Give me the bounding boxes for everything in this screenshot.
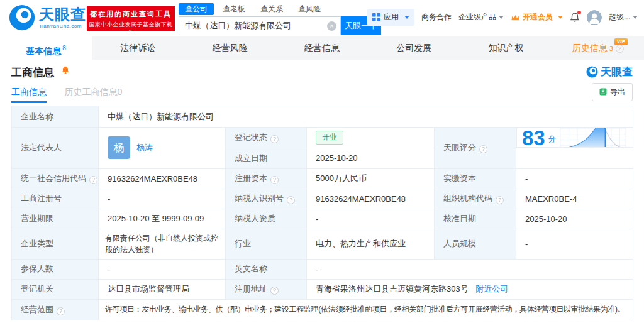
field-value-reg-address: 青海省果洛州达日县吉迈镇黄河东路303号 附近公司	[307, 279, 633, 299]
field-label-reg-number: 工商注册号	[12, 189, 99, 209]
tab-history-info[interactable]: 历史信息3? VIP	[552, 36, 644, 60]
vip-label: 开通会员	[523, 12, 553, 23]
field-value-legal-rep: 杨 杨涛	[99, 128, 226, 169]
legal-rep-avatar[interactable]: 杨	[108, 136, 130, 159]
search-tab-company[interactable]: 查公司	[179, 3, 214, 15]
tab-label: 经营风险	[213, 43, 248, 53]
field-label-reg-address: 注册地址?	[226, 279, 307, 299]
field-label-text: 注册资本	[235, 173, 267, 183]
user-icon	[587, 10, 602, 25]
watermark-logo: 天眼查	[586, 65, 633, 79]
logo-text: 天眼查	[39, 7, 86, 22]
subtab-history-registration[interactable]: 历史工商信息0	[64, 87, 122, 101]
field-value-taxpayer-quality: -	[307, 209, 435, 229]
subscribe-bell-icon[interactable]	[61, 65, 70, 75]
table-row: 经营范围? 许可项目：发电业务、输电业务、供（配）电业务；建设工程监理(依法须经…	[12, 299, 633, 320]
chevron-down-icon	[558, 16, 563, 19]
tab-label: 知识产权	[489, 43, 524, 53]
help-icon[interactable]: ?	[287, 196, 295, 204]
field-label-taxpayer-quality: 纳税人资质	[226, 209, 307, 229]
notifications-button[interactable]	[570, 12, 580, 23]
help-icon[interactable]: ?	[270, 287, 279, 295]
field-label-text: 纳税人识别号	[235, 194, 284, 203]
search-input[interactable]	[179, 17, 340, 35]
search-input-wrap: ×	[179, 16, 341, 35]
apps-grid-icon	[372, 13, 380, 21]
tab-label: 经营信息	[304, 43, 340, 53]
nearby-companies-link[interactable]: 附近公司	[475, 284, 508, 293]
search-tab-risk[interactable]: 查风险	[292, 3, 327, 15]
table-row: 参保人数 - 英文名称 -	[12, 259, 633, 279]
field-label-reg-status: 登记状态?	[226, 128, 307, 148]
field-value-paid-capital: -	[516, 168, 633, 189]
field-value-taxpayer-id: 91632624MAEXR0BE48	[307, 189, 435, 209]
field-value-tyc-score: 83 分	[516, 128, 633, 148]
field-label-establish-date: 成立日期	[226, 148, 307, 168]
field-label-text: 天眼评分	[443, 143, 476, 152]
field-value-credit-code: 91632624MAEXR0BE48	[99, 168, 226, 189]
brand-slogan: 都在用的商业查询工具 国家中小企业发展子基金旗下机构	[87, 6, 175, 31]
field-label-business-scope: 经营范围?	[12, 299, 99, 320]
apps-menu[interactable]: 应用	[367, 9, 414, 26]
sub-tabs: 工商信息 历史工商信息0	[11, 86, 122, 98]
field-value-establish-date: 2025-10-20	[307, 148, 435, 168]
tab-company-development[interactable]: 公司发展	[368, 36, 460, 60]
table-row: 工商注册号 - 纳税人识别号? 91632624MAEXR0BE48 组织机构代…	[12, 189, 633, 209]
field-label-staff-size: 人员规模	[435, 229, 516, 259]
tab-basic-info[interactable]: 基本信息8	[0, 36, 92, 60]
menu-vip[interactable]: 开通会员	[511, 12, 563, 23]
search-tab-boss[interactable]: 查老板	[216, 3, 252, 15]
tab-operating-risk[interactable]: 经营风险	[184, 36, 276, 60]
section-title: 工商信息	[11, 65, 54, 80]
tab-label: 公司发展	[396, 43, 431, 53]
slogan-line1: 都在用的商业查询工具	[87, 9, 175, 19]
reg-address-text: 青海省果洛州达日县吉迈镇黄河东路303号	[316, 284, 469, 293]
search-tab-relation[interactable]: 查关系	[254, 3, 289, 15]
tab-intellectual-property[interactable]: 知识产权	[460, 36, 552, 60]
logo-subtext: TianYanCha.com	[39, 23, 86, 29]
menu-enterprise[interactable]: 企业级产品	[458, 12, 504, 23]
company-nav-tabs: 基本信息8 法律诉讼 经营风险 经营信息 公司发展 知识产权 历史信息3? VI…	[0, 36, 644, 60]
crown-icon	[511, 14, 520, 21]
help-icon[interactable]: ?	[89, 176, 97, 184]
field-value-english-name: -	[307, 259, 633, 279]
tab-business-info[interactable]: 经营信息	[276, 36, 368, 60]
field-value-company-name: 中煤（达日）新能源有限公司	[99, 106, 633, 128]
field-value-company-type: 有限责任公司（非自然人投资或控股的法人独资）	[99, 229, 226, 259]
tab-legal-litigation[interactable]: 法律诉讼	[92, 36, 184, 60]
field-label-insured-count: 参保人数	[12, 259, 99, 279]
top-header: 天眼查 TianYanCha.com 都在用的商业查询工具 国家中小企业发展子基…	[0, 0, 644, 36]
help-icon[interactable]: ?	[496, 196, 504, 204]
vip-badge: VIP	[614, 38, 628, 45]
content-area: 工商信息 天眼查 工商信息 历史工商信息0 导出	[0, 60, 644, 320]
export-button[interactable]: 导出	[592, 83, 633, 101]
score-distribution-chart: 0 1 5 15 42 83 97 99 100	[559, 128, 627, 148]
registration-info-table: 企业名称 中煤（达日）新能源有限公司 法定代表人 杨 杨涛 登记状态? 开业 天…	[11, 106, 633, 320]
menu-cooperation[interactable]: 商务合作	[421, 12, 452, 23]
help-icon[interactable]: ?	[479, 145, 487, 153]
user-avatar[interactable]	[587, 10, 602, 25]
field-value-insured-count: -	[99, 259, 226, 279]
help-icon[interactable]: ?	[270, 135, 279, 143]
tianyancha-logo[interactable]: 天眼查 TianYanCha.com	[9, 4, 86, 31]
field-label-text: 统一社会信用代码	[21, 173, 86, 183]
subtab-business-registration[interactable]: 工商信息	[11, 87, 47, 103]
clear-search-icon[interactable]: ×	[327, 21, 336, 31]
field-label-paid-capital: 实缴资本	[435, 168, 516, 189]
help-icon[interactable]: ?	[616, 45, 624, 53]
field-label-tyc-score: 天眼评分?	[435, 128, 516, 169]
username-menu[interactable]: 超级...	[609, 12, 638, 23]
field-value-org-code: MAEXR0BE-4	[516, 189, 633, 209]
help-icon[interactable]: ?	[270, 176, 279, 184]
field-label-english-name: 英文名称	[226, 259, 307, 279]
table-row: 统一社会信用代码? 91632624MAEXR0BE48 注册资本? 5000万…	[12, 168, 633, 189]
tab-count: 8	[62, 45, 66, 52]
field-label-taxpayer-id: 纳税人识别号?	[226, 189, 307, 209]
username-label: 超级...	[609, 12, 630, 23]
legal-rep-link[interactable]: 杨涛	[136, 142, 153, 153]
field-label-business-term: 营业期限	[12, 209, 99, 229]
field-value-reg-capital: 5000万人民币	[307, 168, 435, 189]
help-icon[interactable]: ?	[57, 307, 65, 315]
field-label-company-type: 企业类型	[12, 229, 99, 259]
chevron-down-icon	[404, 16, 409, 19]
